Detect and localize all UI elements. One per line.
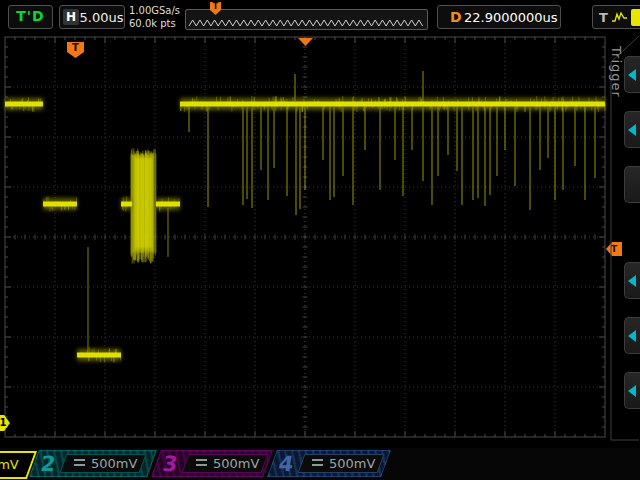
menu-tab-outline — [0, 0, 640, 480]
memory-depth: 60.0k pts — [129, 17, 180, 30]
chevron-left-icon — [628, 385, 636, 397]
memory-preview-bar[interactable] — [185, 9, 428, 30]
channel-2-number: 2 — [39, 452, 57, 476]
menu-softkey-4[interactable] — [624, 262, 640, 299]
menu-softkey-2[interactable] — [624, 111, 640, 148]
trigger-info-box[interactable]: T — [592, 5, 640, 29]
channel-3-scale: 500mV — [213, 456, 259, 471]
trigger-level-marker[interactable]: T — [606, 242, 622, 256]
delay-box: D 22.9000000us — [437, 5, 561, 29]
waveform-display — [0, 0, 640, 480]
channel-2-scale: 500mV — [91, 456, 137, 471]
channel-4-number: 4 — [277, 452, 295, 476]
delay-value: 22.9000000us — [462, 10, 560, 25]
menu-title: Trigger — [609, 46, 624, 98]
channel-4-scale: 500mV — [329, 456, 375, 471]
timebase-value: 5.00us — [79, 10, 124, 25]
ch1-ground-marker[interactable]: 1 — [0, 415, 10, 431]
channel-2-selector[interactable]: 2 500mV — [29, 450, 157, 477]
timebase-box[interactable]: H 5.00us — [59, 5, 125, 29]
coupling-dc-icon — [74, 459, 85, 469]
channel-3-selector[interactable]: 3 500mV — [151, 450, 273, 477]
horizontal-label: H — [63, 9, 79, 25]
channel-bar: mV 2 500mV 3 500mV 4 — [0, 448, 640, 480]
trigger-position-marker[interactable]: T — [67, 42, 84, 58]
coupling-dc-icon — [196, 459, 207, 469]
delay-position-marker[interactable] — [298, 38, 313, 46]
trigger-status-badge: T'D — [8, 5, 53, 29]
trigger-waveform-icon — [611, 10, 628, 24]
coupling-dc-icon — [312, 459, 323, 469]
menu-softkey-1[interactable] — [624, 56, 640, 93]
acquisition-info: 1.00GSa/s 60.0k pts — [129, 4, 180, 30]
chevron-left-icon — [628, 124, 636, 136]
chevron-left-icon — [628, 69, 636, 81]
oscilloscope-screen: T'D H 5.00us 1.00GSa/s 60.0k pts T D 22.… — [0, 0, 640, 480]
trigger-level-chip — [631, 9, 640, 26]
channel-4-selector[interactable]: 4 500mV — [267, 450, 391, 477]
memory-waveform-thumbnail — [188, 17, 425, 29]
menu-softkey-3[interactable] — [624, 166, 640, 203]
channel-1-scale: mV — [0, 457, 19, 472]
chevron-left-icon — [628, 330, 636, 342]
sample-rate: 1.00GSa/s — [129, 4, 180, 17]
menu-softkey-5[interactable] — [624, 317, 640, 354]
delay-label: D — [450, 9, 462, 25]
menu-softkey-6[interactable] — [624, 372, 640, 409]
status-bar: T'D H 5.00us 1.00GSa/s 60.0k pts T D 22.… — [0, 0, 640, 34]
trigger-label: T — [599, 10, 608, 25]
channel-3-number: 3 — [161, 452, 179, 476]
chevron-left-icon — [628, 275, 636, 287]
